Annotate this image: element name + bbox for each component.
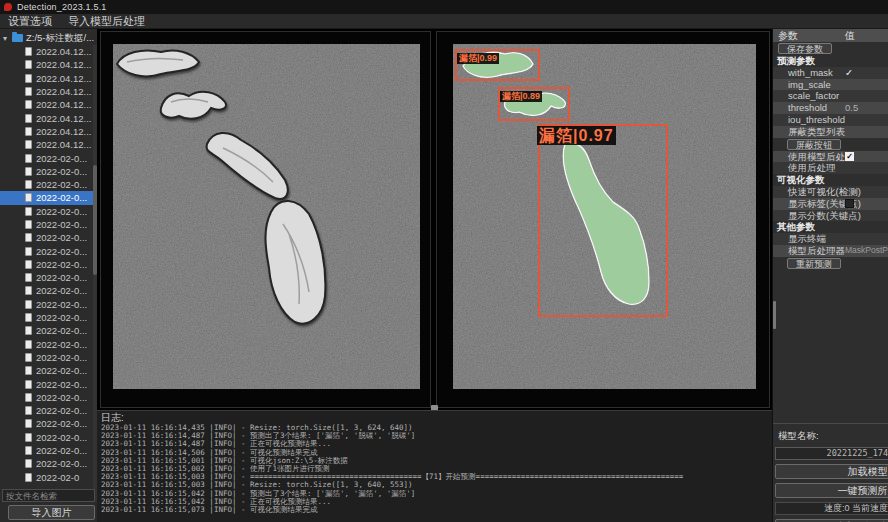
param-row[interactable]: 显示标签(关键点) — [773, 198, 888, 210]
app-icon — [4, 3, 12, 11]
file-icon — [25, 180, 32, 189]
filename-search-input[interactable] — [2, 489, 95, 502]
tree-item[interactable]: 2022.04.12... — [0, 85, 97, 98]
params-button-row: 重新预测 — [773, 257, 888, 270]
tree-root[interactable]: ▾ Z:/5-标注数据/... — [0, 31, 97, 45]
tree-item[interactable]: 2022.04.12... — [0, 58, 97, 71]
param-label: 快速可视化(检测) — [788, 186, 861, 197]
params-scrollbar-handle[interactable] — [773, 301, 776, 329]
tree-item[interactable]: 2022-02-0 — [0, 471, 97, 484]
detection-label: 漏箔|0.97 — [537, 126, 616, 145]
tree-item-label: 2022-02-0... — [36, 259, 87, 270]
file-icon — [25, 193, 32, 202]
menu-item-1[interactable]: 导入模型后处理 — [60, 14, 153, 29]
file-icon — [25, 353, 32, 362]
param-value: MaskPostPro — [845, 245, 888, 257]
image-panel-original[interactable] — [100, 31, 431, 408]
tree-item[interactable]: 2022-02-0... — [0, 151, 97, 164]
重新预测-button[interactable]: 重新预测 — [787, 258, 841, 269]
tree-item[interactable]: 2022-02-0... — [0, 258, 97, 271]
param-row[interactable]: scale_factor — [773, 90, 888, 102]
param-row[interactable]: threshold0.5 — [773, 102, 888, 114]
import-images-button[interactable]: 导入图片 — [8, 505, 95, 520]
tree-item[interactable]: 2022-02-0... — [0, 218, 97, 231]
param-row[interactable]: 使用后处理 — [773, 162, 888, 174]
tree-item-label: 2022-02-0... — [36, 339, 87, 350]
param-label: 显示分数(关键点) — [788, 210, 861, 221]
tree-item[interactable]: 2022.04.12... — [0, 138, 97, 151]
file-icon — [25, 207, 32, 216]
param-label: 显示终端 — [788, 233, 826, 244]
tree-item[interactable]: 2022.04.12... — [0, 72, 97, 85]
params-col-param: 参数 — [778, 29, 798, 42]
tree-item[interactable]: 2022-02-0... — [0, 377, 97, 390]
tree-item[interactable]: 2022.04.12... — [0, 111, 97, 124]
param-label: 使用后处理 — [788, 162, 836, 173]
tree-item-label: 2022-02-0 — [36, 472, 79, 483]
param-row[interactable]: 模型后处理器MaskPostPro — [773, 245, 888, 257]
param-row[interactable]: img_scale — [773, 79, 888, 91]
tree-item[interactable]: 2022-02-0... — [0, 205, 97, 218]
viewer-area: 漏箔|0.99漏箔|0.89漏箔|0.97 日志: 2023-01-11 16:… — [97, 29, 772, 522]
file-icon — [25, 220, 32, 229]
param-row[interactable]: 使用模型后处理✓ — [773, 151, 888, 163]
tree-item-label: 2022.04.12... — [36, 46, 91, 57]
load-model-button[interactable]: 加载模型 — [775, 464, 888, 479]
param-row[interactable]: 显示分数(关键点) — [773, 210, 888, 222]
tree-item[interactable]: 2022-02-0... — [0, 431, 97, 444]
tree-item[interactable]: 2022.04.12... — [0, 125, 97, 138]
param-row[interactable]: with_mask✓ — [773, 67, 888, 79]
file-icon — [25, 380, 32, 389]
保存参数-button[interactable]: 保存参数 — [778, 43, 832, 54]
param-value: 0.5 — [845, 102, 858, 114]
tree-item-label: 2022.04.12... — [36, 139, 91, 150]
model-section: 模型名称: 20221225_174813 加载模型 一键预测所有 速度:0 当… — [773, 423, 888, 522]
tree-item-label: 2022-02-0... — [36, 153, 87, 164]
tree-item[interactable]: 2022-02-0... — [0, 338, 97, 351]
tree-item[interactable]: 2022-02-0... — [0, 404, 97, 417]
param-row[interactable]: 屏蔽类型列表 — [773, 126, 888, 138]
tree-item-label: 2022-02-0... — [36, 166, 87, 177]
tree-item[interactable]: 2022-02-0... — [0, 351, 97, 364]
tree-expand-arrow-icon[interactable]: ▾ — [3, 34, 12, 43]
tree-item[interactable]: 2022-02-0... — [0, 364, 97, 377]
tree-item-label: 2022.04.12... — [36, 59, 91, 70]
file-icon — [25, 154, 32, 163]
tree-item[interactable]: 2022-02-0... — [0, 298, 97, 311]
tree-item-label: 2022-02-0... — [36, 272, 87, 283]
tree-item-label: 2022.04.12... — [36, 86, 91, 97]
tree-item[interactable]: 2022-02-0... — [0, 165, 97, 178]
params-table-header: 参数 值 — [773, 29, 888, 42]
model-name-field[interactable]: 20221225_174813 — [775, 447, 888, 460]
file-icon — [25, 446, 32, 455]
tree-item[interactable]: 2022-02-0... — [0, 191, 97, 204]
menu-bar: 设置选项导入模型后处理 — [0, 14, 888, 29]
param-checkbox-checked[interactable]: ✓ — [845, 152, 854, 161]
file-icon — [25, 74, 32, 83]
param-checkbox-empty[interactable] — [845, 199, 854, 208]
tree-item[interactable]: 2022.04.12... — [0, 45, 97, 58]
menu-item-0[interactable]: 设置选项 — [0, 14, 60, 29]
tree-item[interactable]: 2022-02-0... — [0, 324, 97, 337]
tree-item[interactable]: 2022-02-0... — [0, 284, 97, 297]
tree-item[interactable]: 2022-02-0... — [0, 417, 97, 430]
predict-all-button[interactable]: 一键预测所有 — [775, 483, 888, 498]
tree-item-label: 2022-02-0... — [36, 246, 87, 257]
file-tree-sidebar: ▾ Z:/5-标注数据/... 2022.04.12...2022.04.12.… — [0, 29, 97, 522]
tree-item[interactable]: 2022.04.12... — [0, 98, 97, 111]
param-row[interactable]: iou_threshold — [773, 114, 888, 126]
sample-image-detected: 漏箔|0.99漏箔|0.89漏箔|0.97 — [453, 44, 756, 389]
tree-item[interactable]: 2022-02-0... — [0, 178, 97, 191]
tree-item[interactable]: 2022-02-0... — [0, 391, 97, 404]
tree-item[interactable]: 2022-02-0... — [0, 244, 97, 257]
param-row[interactable]: 快速可视化(检测) — [773, 186, 888, 198]
param-row[interactable]: 显示终端 — [773, 233, 888, 245]
tree-item[interactable]: 2022-02-0... — [0, 311, 97, 324]
tree-item[interactable]: 2022-02-0... — [0, 271, 97, 284]
log-panel[interactable]: 日志: 2023-01-11 16:16:14,435 |INFO| - Res… — [97, 410, 772, 522]
image-panel-prediction[interactable]: 漏箔|0.99漏箔|0.89漏箔|0.97 — [436, 31, 770, 408]
tree-item[interactable]: 2022-02-0... — [0, 444, 97, 457]
tree-item[interactable]: 2022-02-0... — [0, 457, 97, 470]
屏蔽按钮-button[interactable]: 屏蔽按钮 — [787, 139, 841, 150]
tree-item[interactable]: 2022-02-0... — [0, 231, 97, 244]
